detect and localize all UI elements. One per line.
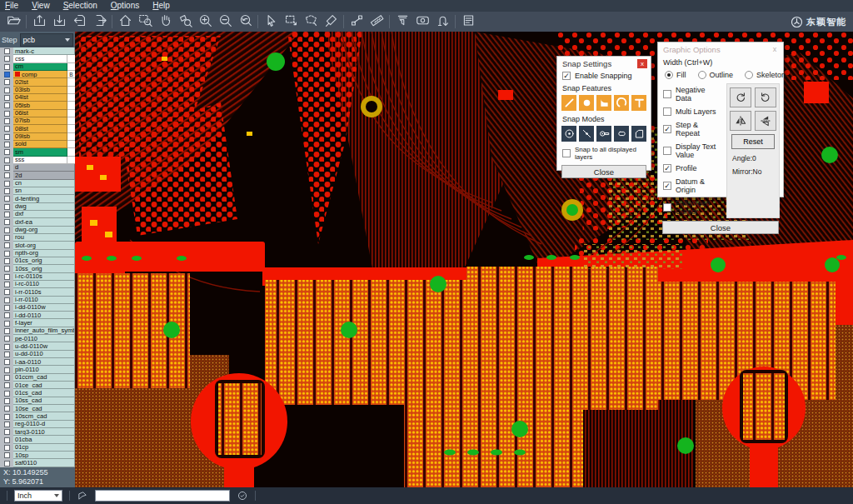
layer-row-dxf-ea[interactable]: dxf-ea bbox=[0, 218, 75, 226]
layer-row-slot-org[interactable]: slot-org bbox=[0, 242, 75, 249]
graphic-close-button[interactable]: Close bbox=[662, 221, 779, 234]
close-icon[interactable]: x bbox=[770, 45, 780, 54]
layer-row-saf0110[interactable]: saf0110 bbox=[0, 459, 75, 467]
zoom-in-button[interactable] bbox=[195, 12, 215, 31]
option-fullscreen-cursor[interactable]: Fullscreen Cursor bbox=[658, 197, 726, 218]
reset-button[interactable]: Reset bbox=[731, 134, 775, 149]
layer-name[interactable]: sn bbox=[13, 187, 75, 195]
layer-name[interactable]: 01ccm_cad bbox=[13, 374, 75, 382]
open-folder-button[interactable] bbox=[3, 12, 23, 31]
mode-intersect-button[interactable] bbox=[579, 126, 594, 142]
layer-visibility-checkbox[interactable] bbox=[4, 251, 10, 257]
layer-visibility-checkbox[interactable] bbox=[4, 48, 10, 54]
layer-visibility-checkbox[interactable] bbox=[4, 87, 10, 93]
layer-row-d-tenting[interactable]: d-tenting bbox=[0, 195, 75, 202]
layer-name[interactable]: cm bbox=[13, 63, 67, 71]
layer-name[interactable]: 10sp bbox=[13, 452, 75, 459]
layer-visibility-checkbox[interactable] bbox=[4, 266, 10, 272]
layer-row-02lst[interactable]: 02lst bbox=[0, 78, 75, 86]
loop-coil-button[interactable] bbox=[432, 12, 452, 31]
layer-name[interactable]: 10ss_cad bbox=[13, 397, 75, 405]
layer-name[interactable]: 02lst bbox=[13, 78, 67, 86]
layer-row-sss[interactable]: sss bbox=[0, 157, 75, 164]
layer-visibility-checkbox[interactable] bbox=[4, 118, 10, 124]
layer-row-10ss_orig[interactable]: 10ss_orig bbox=[0, 265, 75, 272]
option-negative-data[interactable]: Negative Data bbox=[658, 83, 726, 105]
layer-row-comp[interactable]: compB bbox=[0, 71, 75, 78]
layer-visibility-checkbox[interactable] bbox=[4, 188, 10, 194]
layer-name[interactable]: 01cba bbox=[13, 436, 75, 443]
layer-visibility-checkbox[interactable] bbox=[4, 227, 10, 233]
layer-row-u-dd-0110[interactable]: u-dd-0110 bbox=[0, 351, 75, 358]
poly-select-button[interactable] bbox=[301, 12, 321, 31]
layer-row-css[interactable]: css bbox=[0, 55, 75, 62]
layer-name[interactable]: css bbox=[13, 55, 67, 62]
doc-notes-button[interactable] bbox=[458, 12, 478, 31]
layer-name[interactable]: cn bbox=[13, 180, 75, 187]
layer-name[interactable]: rou bbox=[13, 234, 75, 242]
layer-name[interactable]: inner_auto_film_symb bbox=[13, 327, 75, 335]
layer-name[interactable]: pe-0110 bbox=[13, 335, 75, 342]
layer-name[interactable]: 07lsb bbox=[13, 117, 67, 125]
layer-visibility-checkbox[interactable] bbox=[4, 196, 10, 202]
layer-row-04lst[interactable]: 04lst bbox=[0, 94, 75, 102]
layer-row-i-rc-0110[interactable]: i-rc-0110 bbox=[0, 281, 75, 288]
layer-visibility-checkbox[interactable] bbox=[4, 437, 10, 443]
mode-center-button[interactable] bbox=[561, 126, 576, 142]
layer-visibility-checkbox[interactable] bbox=[4, 149, 10, 155]
layer-name[interactable]: i-rr-0110 bbox=[13, 297, 75, 304]
layer-visibility-checkbox[interactable] bbox=[4, 172, 10, 178]
layer-visibility-checkbox[interactable] bbox=[4, 111, 10, 117]
layer-row-cn[interactable]: cn bbox=[0, 180, 75, 187]
layer-visibility-checkbox[interactable] bbox=[4, 274, 10, 280]
menu-file[interactable]: File bbox=[5, 0, 18, 12]
zoom-area-button[interactable] bbox=[135, 12, 155, 31]
layer-row-05lsb[interactable]: 05lsb bbox=[0, 102, 75, 109]
layer-row-10ss_cad[interactable]: 10ss_cad bbox=[0, 397, 75, 405]
layer-visibility-checkbox[interactable] bbox=[4, 181, 10, 187]
layer-name[interactable]: 01cs_orig bbox=[13, 257, 75, 265]
layer-row-10se_cad[interactable]: 10se_cad bbox=[0, 405, 75, 412]
layer-name[interactable]: saf0110 bbox=[13, 459, 75, 467]
layer-visibility-checkbox[interactable] bbox=[4, 95, 10, 101]
layer-name[interactable]: 10scm_cad bbox=[13, 412, 75, 420]
layer-visibility-checkbox[interactable] bbox=[4, 56, 10, 62]
command-input[interactable] bbox=[95, 490, 230, 502]
option-multi-layers[interactable]: Multi Layers bbox=[658, 105, 726, 118]
layer-row-i-dd-0110[interactable]: i-dd-0110 bbox=[0, 312, 75, 319]
layer-row-10scm_cad[interactable]: 10scm_cad bbox=[0, 412, 75, 420]
layer-visibility-checkbox[interactable] bbox=[4, 142, 10, 147]
mode-profile-button[interactable] bbox=[631, 126, 646, 142]
pcb-canvas[interactable]: Snap Settings x ✓ Enable Snapping Snap F… bbox=[75, 32, 853, 487]
rotate-cw-button[interactable] bbox=[730, 87, 751, 107]
layer-name[interactable]: u-dd-0110w bbox=[13, 342, 75, 350]
menu-options[interactable]: Options bbox=[111, 0, 139, 12]
layer-name[interactable]: slot-org bbox=[13, 242, 75, 249]
layer-name[interactable]: 03lsb bbox=[13, 87, 67, 94]
option-profile[interactable]: ✓Profile bbox=[658, 162, 726, 175]
zoom-prev-button[interactable] bbox=[235, 12, 255, 31]
layer-name[interactable]: i-dd-0110 bbox=[13, 312, 75, 319]
layer-name[interactable]: dwg-org bbox=[13, 227, 75, 234]
layer-visibility-checkbox[interactable] bbox=[4, 134, 10, 140]
polygon-tool-icon[interactable] bbox=[77, 490, 88, 502]
layer-row-inner_auto_film_symb[interactable]: inner_auto_film_symb bbox=[0, 327, 75, 335]
layer-name[interactable]: dxf bbox=[13, 211, 75, 218]
zoom-poly-button[interactable] bbox=[175, 12, 195, 31]
rect-select-button[interactable] bbox=[281, 12, 301, 31]
radio-skeleton[interactable]: Skeleton bbox=[745, 71, 786, 79]
layer-name[interactable]: dxf-ea bbox=[13, 218, 75, 226]
layer-visibility-checkbox[interactable] bbox=[4, 126, 10, 132]
layer-visibility-checkbox[interactable] bbox=[4, 212, 10, 217]
brush-button[interactable] bbox=[321, 12, 341, 31]
layer-visibility-checkbox[interactable] bbox=[4, 235, 10, 241]
layer-name[interactable]: i-aa-0110 bbox=[13, 358, 75, 366]
option-datum-origin[interactable]: ✓Datum & Origin bbox=[658, 175, 726, 197]
layer-row-09lsb[interactable]: 09lsb bbox=[0, 133, 75, 141]
layer-name[interactable]: sm bbox=[13, 148, 67, 156]
layer-visibility-checkbox[interactable] bbox=[4, 336, 10, 342]
layer-row-01cs_cad[interactable]: 01cs_cad bbox=[0, 389, 75, 397]
layer-row-rou[interactable]: rou bbox=[0, 234, 75, 242]
layer-row-07lsb[interactable]: 07lsb bbox=[0, 117, 75, 125]
layer-row-mark-c[interactable]: mark-c bbox=[0, 47, 75, 55]
